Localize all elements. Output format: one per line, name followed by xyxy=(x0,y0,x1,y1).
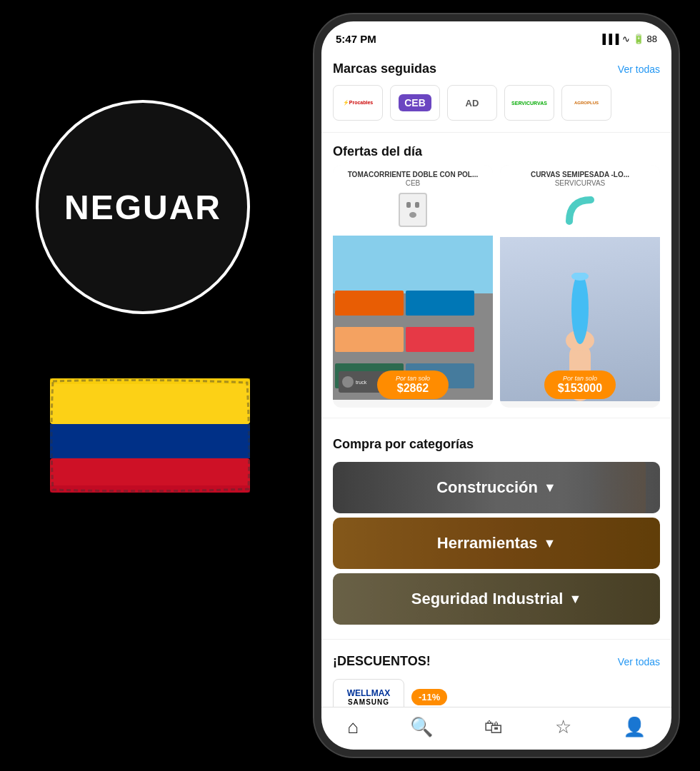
descuentos-title: ¡DESCUENTOS! xyxy=(333,654,431,669)
outlet-product-icon xyxy=(399,193,427,227)
svg-rect-1 xyxy=(50,424,250,458)
categoria-construccion[interactable]: Construcción ▼ xyxy=(333,462,660,513)
svg-point-7 xyxy=(571,273,589,344)
divider-1 xyxy=(321,132,671,133)
bottom-nav: ⌂ 🔍 🛍 ☆ 👤 xyxy=(321,707,671,750)
app-content: Marcas seguidas Ver todas ⚡Procables CEB… xyxy=(321,53,671,707)
phone-mockup: 5:47 PM ▐▐▐ ∿ 🔋 88 Marcas seguidas Ver t… xyxy=(314,14,679,757)
divider-3 xyxy=(321,639,671,640)
ofertas-header: Ofertas del día xyxy=(321,136,671,165)
oferta-card-2[interactable]: CURVAS SEMIPESADA -LO... SERVICURVAS xyxy=(500,165,660,408)
marcas-row: ⚡Procables CEB AD SERVICURVAS AGROPLUS xyxy=(321,82,671,129)
seguridad-arrow: ▼ xyxy=(569,592,581,607)
ofertas-section: Ofertas del día TOMACORRIENTE DOBLE CON … xyxy=(321,136,671,415)
marca-adl[interactable]: AD xyxy=(447,85,497,121)
oferta-2-price-badge[interactable]: Por tan solo $153000 xyxy=(544,371,616,399)
colombia-flag xyxy=(50,378,250,493)
marca-agroplus[interactable]: AGROPLUS xyxy=(561,85,611,121)
signal-icon: ▐▐▐ xyxy=(599,34,619,44)
status-time: 5:47 PM xyxy=(336,33,376,45)
marca-servicurvas[interactable]: SERVICURVAS xyxy=(504,85,554,121)
phone-frame: 5:47 PM ▐▐▐ ∿ 🔋 88 Marcas seguidas Ver t… xyxy=(314,14,679,757)
herramientas-arrow: ▼ xyxy=(543,536,556,551)
cart-icon: 🛍 xyxy=(484,716,503,738)
oferta-1-price: $2862 xyxy=(387,382,439,395)
descuento-item-1[interactable]: WELLMAX SAMSUNG -11% xyxy=(321,675,671,707)
pipe-curve-product-icon xyxy=(562,193,598,228)
battery-icon: 🔋 xyxy=(633,34,644,44)
marcas-ver-todas[interactable]: Ver todas xyxy=(618,64,660,75)
oferta-1-price-label: Por tan solo xyxy=(387,375,439,382)
oferta-2-price-label: Por tan solo xyxy=(554,375,606,382)
descuento-wellmax-logo: WELLMAX SAMSUNG xyxy=(333,679,404,707)
oferta-1-price-badge[interactable]: Por tan solo $2862 xyxy=(377,371,449,399)
categorias-section: Compra por categorías Construcción ▼ Her… xyxy=(321,421,671,636)
oferta-1-brand: CEB xyxy=(337,179,489,187)
nav-search[interactable]: 🔍 xyxy=(401,713,441,741)
construccion-label: Construcción xyxy=(436,478,538,497)
marca-procables[interactable]: ⚡Procables xyxy=(333,85,383,121)
categorias-title: Compra por categorías xyxy=(333,437,474,452)
oferta-2-header: CURVAS SEMIPESADA -LO... SERVICURVAS xyxy=(500,165,660,237)
profile-icon: 👤 xyxy=(623,716,646,738)
nav-cart[interactable]: 🛍 xyxy=(476,713,511,741)
categoria-seguridad[interactable]: Seguridad Industrial ▼ xyxy=(333,573,660,625)
battery-pct: 88 xyxy=(647,34,657,44)
nav-home[interactable]: ⌂ xyxy=(339,713,367,741)
categorias-header: Compra por categorías xyxy=(321,428,671,458)
ofertas-grid: TOMACORRIENTE DOBLE CON POL... CEB xyxy=(321,165,671,408)
status-bar: 5:47 PM ▐▐▐ ∿ 🔋 88 xyxy=(321,21,671,53)
nav-favorites[interactable]: ☆ xyxy=(546,713,580,741)
seguridad-label: Seguridad Industrial xyxy=(411,590,564,608)
favorites-icon: ☆ xyxy=(555,716,571,738)
descuentos-section: ¡DESCUENTOS! Ver todas WELLMAX SAMSUNG -… xyxy=(321,642,671,707)
descuentos-ver-todas[interactable]: Ver todas xyxy=(618,656,660,667)
oferta-2-title: CURVAS SEMIPESADA -LO... xyxy=(504,171,656,179)
oferta-2-brand: SERVICURVAS xyxy=(504,179,656,187)
wifi-icon: ∿ xyxy=(622,34,630,44)
oferta-1-header: TOMACORRIENTE DOBLE CON POL... CEB xyxy=(333,165,493,236)
descuentos-header: ¡DESCUENTOS! Ver todas xyxy=(321,645,671,675)
herramientas-label: Herramientas xyxy=(437,534,538,553)
brand-name: NEGUAR xyxy=(64,188,221,227)
oferta-2-price: $153000 xyxy=(554,382,606,395)
descuento-badge-1: -11% xyxy=(411,689,447,705)
svg-point-8 xyxy=(571,273,589,281)
nav-profile[interactable]: 👤 xyxy=(614,713,654,741)
brand-circle: NEGUAR xyxy=(36,100,250,314)
svg-rect-0 xyxy=(50,378,250,424)
marcas-header: Marcas seguidas Ver todas xyxy=(321,53,671,82)
construccion-arrow: ▼ xyxy=(544,480,556,495)
divider-2 xyxy=(321,418,671,418)
search-icon: 🔍 xyxy=(410,716,433,738)
oferta-1-title: TOMACORRIENTE DOBLE CON POL... xyxy=(337,171,489,179)
categoria-herramientas[interactable]: Herramientas ▼ xyxy=(333,518,660,569)
marca-ceb[interactable]: CEB xyxy=(390,85,440,121)
status-icons: ▐▐▐ ∿ 🔋 88 xyxy=(599,34,657,44)
home-icon: ⌂ xyxy=(347,716,359,738)
marcas-title: Marcas seguidas xyxy=(333,61,436,76)
oferta-card-1[interactable]: TOMACORRIENTE DOBLE CON POL... CEB xyxy=(333,165,493,408)
ofertas-title: Ofertas del día xyxy=(333,144,422,159)
